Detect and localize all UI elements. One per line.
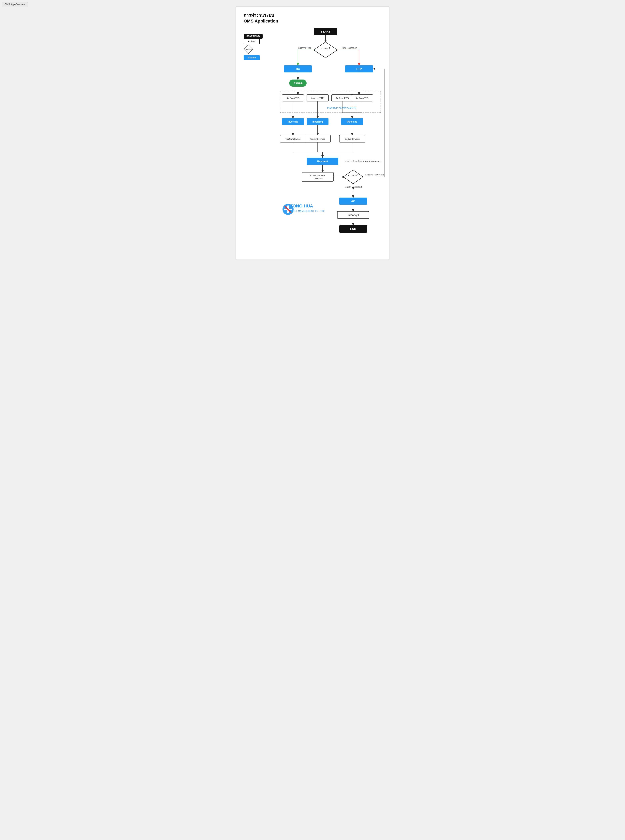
legend-decision: Decision xyxy=(244,45,263,54)
reconcile-label-1: ทำการกระทบยอด xyxy=(310,174,325,176)
start-label: START xyxy=(321,30,330,33)
page-container: การทำงานระบบ OMS Application START/END A… xyxy=(236,6,389,260)
flowchart-container: START ส่วนลด ? ต้องการส่วนลด ไม่ต้องการส… xyxy=(274,26,381,254)
no-label: ไม่ต้องการส่วนลด xyxy=(341,47,357,49)
legend-action: Action xyxy=(244,39,263,43)
legend: START/END Action Decision Module xyxy=(244,34,263,59)
invoicing-3-label: Invoicing xyxy=(347,120,358,123)
page-title: การทำงานระบบ OMS Application xyxy=(244,12,381,24)
close-account-label: ขอปิดบัญชี xyxy=(348,214,359,216)
svg-rect-40 xyxy=(302,172,333,181)
invoicing-2-label: Invoicing xyxy=(312,120,323,123)
company-name: TONG HUA xyxy=(290,204,313,208)
company-subtitle: ASSET MANAGEMENT CO., LTD. xyxy=(290,210,325,212)
legend-startend: START/END xyxy=(244,34,263,38)
flowchart-svg: START ส่วนลด ? ต้องการส่วนลด ไม่ต้องการส… xyxy=(274,26,389,253)
ptp-list-label: รายการการนัดชำระ (PTP) xyxy=(326,106,356,109)
invoice-doc-1-label: ใบแจ้งหนี้ Invoice xyxy=(286,138,301,140)
legend-module: Module xyxy=(244,56,263,59)
bank-statement-label: รายการชำระเงินจาก Bank Statement xyxy=(345,160,381,163)
decision-discount-label: ส่วนลด ? xyxy=(321,47,330,50)
ac-label: AC xyxy=(351,199,355,203)
ptp-appt-3-label: นัดชำระ (PTP) xyxy=(336,97,349,99)
hc-label: HC xyxy=(296,67,300,70)
yes-label: ต้องการส่วนลด xyxy=(298,47,311,49)
invoice-doc-3-label: ใบแจ้งหนี้ Invoice xyxy=(345,138,360,140)
decision-paid-label-1: ชำระครบ ? xyxy=(348,174,359,176)
end-label: END xyxy=(350,227,356,230)
payment-label: Payment xyxy=(317,160,328,163)
ptp-appt-2-label: นัดชำระ (PTP) xyxy=(311,97,324,99)
ptp-appt-1-label: นัดชำระ (PTP) xyxy=(286,97,300,99)
paid-label: ครบแล้ว = ขอปิดบัญชี xyxy=(344,186,362,188)
svg-rect-11 xyxy=(280,91,381,113)
ptp-appt-4-label: นัดชำระ (PTP) xyxy=(356,97,368,99)
svg-marker-42 xyxy=(343,170,363,184)
title-section: การทำงานระบบ OMS Application xyxy=(244,12,381,24)
not-paid-label: ยังไม่ครบ = นัดชำระเพิ่ม xyxy=(365,174,384,176)
reconcile-label-2: / Reconcile xyxy=(313,177,323,180)
ptp-label: PTP xyxy=(356,67,362,70)
invoicing-1-label: Invoicing xyxy=(288,120,298,123)
svg-marker-2 xyxy=(314,42,337,58)
browser-tab[interactable]: OMS App Overview xyxy=(2,2,28,6)
discount-label: ส่วนลด xyxy=(294,81,302,85)
invoice-doc-2-label: ใบแจ้งหนี้ Invoice xyxy=(310,138,325,140)
